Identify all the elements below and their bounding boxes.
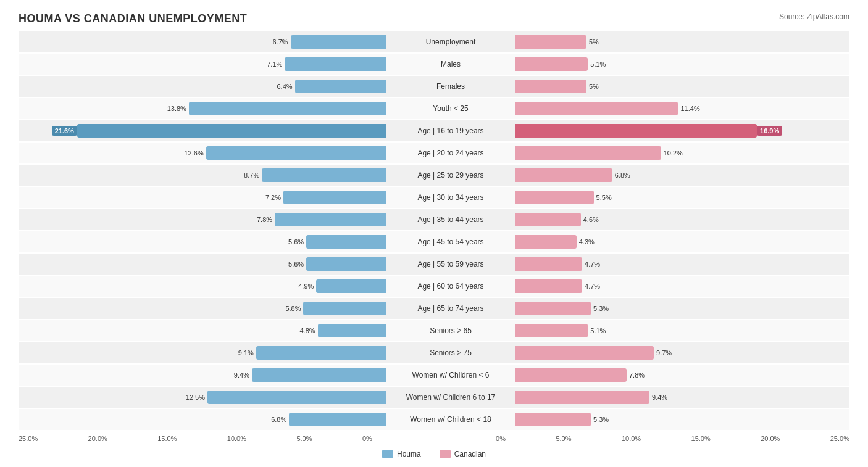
left-section: 6.4% (19, 80, 389, 93)
left-section: 7.1% (19, 57, 389, 71)
right-bar (515, 80, 586, 93)
chart-row: 5.6%Age | 55 to 59 years4.7% (19, 254, 849, 275)
right-bar (515, 57, 588, 71)
axis-label-left: 25.0% (19, 435, 38, 442)
left-section: 7.2% (19, 191, 389, 204)
chart-row: 4.8%Seniors > 655.1% (19, 320, 849, 341)
left-section: 8.7% (19, 168, 389, 182)
right-section: 5.3% (512, 302, 868, 315)
chart-area: 6.7%Unemployment5%7.1%Males5.1%6.4%Femal… (19, 31, 849, 430)
chart-legend: Houma Canadian (19, 450, 849, 458)
row-label: Women w/ Children 6 to 17 (389, 393, 512, 402)
right-section: 16.9% (512, 124, 868, 138)
left-bar (289, 413, 386, 426)
bar-value-left: 6.8% (271, 416, 286, 423)
left-bar (283, 191, 386, 204)
bar-value-right: 4.7% (585, 260, 600, 268)
chart-row: 12.5%Women w/ Children 6 to 179.4% (19, 387, 849, 408)
right-bar (515, 346, 654, 360)
chart-row: 13.8%Youth < 2511.4% (19, 98, 849, 119)
right-section: 4.3% (512, 235, 868, 249)
right-section: 5.1% (512, 57, 868, 71)
axis-label-left: 20.0% (88, 435, 107, 442)
legend-houma: Houma (382, 450, 421, 458)
chart-source: Source: ZipAtlas.com (779, 12, 849, 21)
left-bar (306, 235, 386, 249)
left-section: 6.7% (19, 35, 389, 49)
legend-box-pink (440, 450, 451, 458)
bar-value-left: 9.4% (234, 371, 249, 379)
bar-value-right: 9.7% (656, 349, 672, 357)
bar-value-right: 16.9% (757, 126, 782, 136)
left-bar (77, 124, 386, 138)
left-bar (262, 168, 386, 182)
legend-houma-label: Houma (397, 450, 421, 458)
left-bar (303, 302, 386, 315)
chart-row: 9.4%Women w/ Children < 67.8% (19, 365, 849, 386)
row-label: Age | 16 to 19 years (389, 126, 512, 135)
chart-container: HOUMA VS CANADIAN UNEMPLOYMENT Source: Z… (0, 0, 868, 467)
axis-row: 25.0%20.0%15.0%10.0%5.0%0% 0%5.0%10.0%15… (19, 435, 849, 442)
left-bar (256, 346, 386, 360)
row-label: Seniors > 65 (389, 326, 512, 335)
left-section: 9.4% (19, 368, 389, 382)
left-bar (285, 57, 386, 71)
left-bar (316, 279, 386, 293)
row-label: Age | 20 to 24 years (389, 149, 512, 157)
right-section: 6.8% (512, 168, 868, 182)
right-bar (515, 235, 577, 249)
right-bar (515, 324, 588, 337)
axis-label-left: 0% (362, 435, 372, 442)
right-bar (515, 413, 591, 426)
legend-canadian-label: Canadian (454, 450, 486, 458)
right-section: 7.8% (512, 368, 868, 382)
chart-row: 6.8%Women w/ Children < 185.3% (19, 409, 849, 430)
bar-value-right: 4.6% (583, 216, 599, 223)
right-bar (515, 213, 581, 226)
bar-value-right: 11.4% (680, 105, 699, 112)
row-label: Youth < 25 (389, 104, 512, 113)
row-label: Unemployment (389, 38, 512, 46)
bar-value-right: 4.3% (579, 238, 595, 246)
chart-row: 7.8%Age | 35 to 44 years4.6% (19, 209, 849, 230)
axis-label-right: 0% (496, 435, 506, 442)
right-bar (515, 302, 591, 315)
bar-value-left: 7.8% (257, 216, 272, 223)
left-section: 4.9% (19, 279, 389, 293)
axis-label-left: 5.0% (296, 435, 312, 442)
bar-value-left: 9.1% (238, 349, 254, 357)
left-bar (306, 257, 386, 271)
chart-title: HOUMA VS CANADIAN UNEMPLOYMENT (19, 12, 849, 25)
row-label: Males (389, 60, 512, 68)
row-label: Age | 60 to 64 years (389, 282, 512, 291)
bar-value-left: 6.4% (277, 83, 292, 90)
bar-value-left: 4.9% (298, 283, 314, 290)
row-label: Females (389, 82, 512, 91)
left-bar (275, 213, 386, 226)
chart-row: 12.6%Age | 20 to 24 years10.2% (19, 143, 849, 163)
bar-value-right: 7.8% (629, 371, 645, 379)
right-section: 9.4% (512, 391, 868, 404)
legend-canadian: Canadian (440, 450, 486, 458)
right-bar (515, 35, 586, 49)
bar-value-right: 6.8% (615, 172, 630, 179)
axis-left: 25.0%20.0%15.0%10.0%5.0%0% (19, 435, 375, 442)
left-bar (318, 324, 386, 337)
chart-row: 7.1%Males5.1% (19, 54, 849, 75)
axis-label-left: 10.0% (227, 435, 246, 442)
row-label: Women w/ Children < 6 (389, 371, 512, 379)
chart-row: 9.1%Seniors > 759.7% (19, 342, 849, 363)
right-section: 5% (512, 35, 868, 49)
bar-value-right: 5% (589, 83, 599, 90)
bar-value-right: 5% (589, 38, 599, 46)
left-section: 9.1% (19, 346, 389, 360)
left-section: 12.6% (19, 146, 389, 160)
left-bar (252, 368, 386, 382)
left-section: 13.8% (19, 102, 389, 115)
row-label: Age | 55 to 59 years (389, 260, 512, 268)
bar-value-right: 5.3% (593, 305, 609, 312)
axis-label-right: 15.0% (691, 435, 711, 442)
right-bar (515, 279, 582, 293)
chart-row: 8.7%Age | 25 to 29 years6.8% (19, 165, 849, 186)
left-section: 5.6% (19, 257, 389, 271)
